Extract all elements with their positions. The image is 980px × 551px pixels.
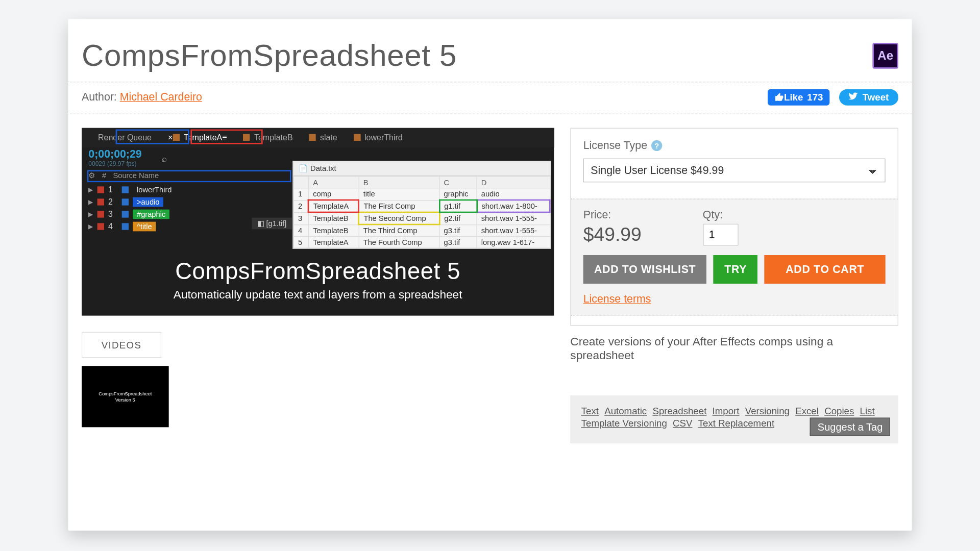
hero-overlay: CompsFromSpreadsheet 5 Automatically upd… [82,258,554,302]
social-buttons: Like 173 Tweet [768,89,898,106]
page-title: CompsFromSpreadsheet 5 [82,38,457,73]
hero-tab-lowerthird: lowerThird [346,128,411,147]
tag-link[interactable]: Template Versioning [581,418,667,429]
tab-videos[interactable]: VIDEOS [82,333,160,357]
price-label: Price: [583,209,642,221]
product-description: Create versions of your After Effects co… [570,335,898,362]
after-effects-icon: Ae [872,43,898,69]
license-select[interactable]: Single User License $49.99 [583,159,886,183]
wishlist-button[interactable]: ADD TO WISHLIST [583,255,707,284]
help-icon[interactable]: ? [651,140,662,151]
tag-link[interactable]: Import [713,406,740,416]
tag-link[interactable]: Spreadsheet [652,406,706,416]
tweet-label: Tweet [863,92,889,103]
author-label: Author: [82,91,120,103]
license-terms-link[interactable]: License terms [583,293,651,306]
suggest-tag-button[interactable]: Suggest a Tag [810,418,890,436]
tag-link[interactable]: Automatic [604,406,647,416]
product-card: CompsFromSpreadsheet 5 Ae Author: Michae… [68,19,912,531]
add-to-cart-button[interactable]: ADD TO CART [765,255,886,284]
purchase-panel: License Type ? Single User License $49.9… [570,128,898,326]
annotation-box [190,129,262,144]
qty-label: Qty: [703,209,738,221]
license-type-label: License Type ? [583,139,886,152]
tag-link[interactable]: List [860,406,875,416]
tag-link[interactable]: Excel [795,406,819,416]
author-link[interactable]: Michael Cardeiro [120,91,202,103]
tweet-button[interactable]: Tweet [839,89,898,106]
tag-link[interactable]: CSV [673,418,692,429]
qty-input[interactable] [703,224,738,246]
try-button[interactable]: TRY [714,255,758,284]
tag-box: Text Automatic Spreadsheet Import Versio… [570,395,898,443]
hero-tab-slate: slate [301,128,346,147]
tag-link[interactable]: Text [581,406,599,416]
graphic-chip: ◧ [g1.tif] [252,218,292,230]
search-icon: ⌕ [162,154,167,164]
title-row: CompsFromSpreadsheet 5 Ae [68,38,912,83]
facebook-like-button[interactable]: Like 173 [768,89,830,106]
timecode: 0;00;00;2900029 (29.97 fps) [88,148,141,167]
spreadsheet-panel: 📄 Data.txt ABCD 1comptitlegraphicaudio 2… [292,161,551,249]
author-row: Author: Michael Cardeiro Like 173 Tweet [68,89,912,114]
thumbs-up-icon [774,92,784,102]
like-count: 173 [807,92,823,103]
tag-link[interactable]: Text Replacement [698,418,774,429]
video-thumbnail[interactable]: CompsFromSpreadsheetVersion 5 [82,366,169,427]
media-tab-strip: VIDEOS [82,332,161,358]
tag-link[interactable]: Versioning [745,406,790,416]
twitter-icon [849,92,859,102]
hero-image: Render Queue × TemplateA ≡ TemplateB sla… [82,128,554,316]
layer-list: ▶1lowerThird ▶2>audio ▶3#graphic ▶4^titl… [88,184,176,233]
price-value: $49.99 [583,224,642,246]
annotation-box [116,129,189,144]
like-label: Like [784,92,803,103]
tag-link[interactable]: Copies [824,406,854,416]
